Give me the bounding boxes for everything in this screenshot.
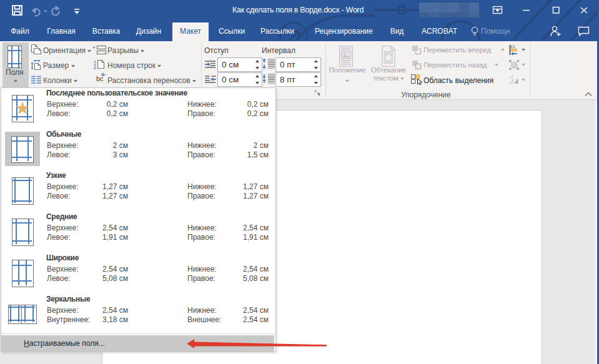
svg-text:3: 3 [94, 66, 96, 70]
